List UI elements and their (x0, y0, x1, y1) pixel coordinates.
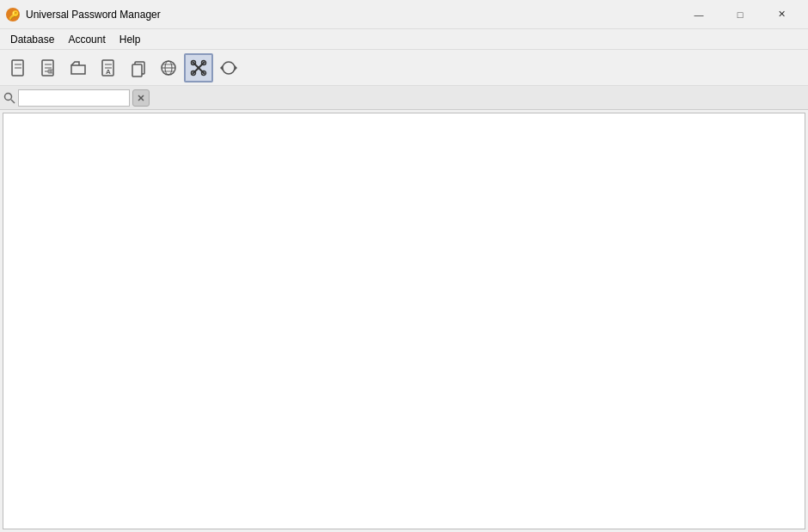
globe-icon (159, 58, 178, 77)
open-icon (69, 58, 88, 77)
app-icon: 🔑 (5, 7, 21, 22)
add-account-icon: A (99, 58, 118, 77)
toolbar: A (0, 50, 808, 86)
title-bar: 🔑 Universal Password Manager — □ ✕ (0, 0, 808, 29)
maximize-button[interactable]: □ (720, 2, 760, 28)
svg-point-30 (5, 93, 12, 100)
clear-icon (137, 94, 145, 102)
open-button[interactable] (64, 53, 93, 83)
sync-button[interactable] (214, 53, 243, 83)
svg-rect-16 (132, 64, 142, 76)
title-left: 🔑 Universal Password Manager (5, 7, 161, 22)
menu-bar: Database Account Help (0, 29, 808, 50)
window-controls: — □ ✕ (679, 2, 801, 28)
add-account-button[interactable]: A (94, 53, 123, 83)
menu-account[interactable]: Account (61, 29, 112, 49)
search-clear-button[interactable] (132, 89, 150, 107)
copy-icon (129, 58, 148, 77)
search-input[interactable] (18, 89, 130, 107)
menu-help[interactable]: Help (113, 29, 148, 49)
main-content (3, 113, 805, 529)
url-button[interactable] (154, 53, 183, 83)
menu-database[interactable]: Database (3, 29, 61, 49)
properties-button[interactable] (184, 53, 213, 83)
close-button[interactable]: ✕ (762, 2, 801, 28)
svg-line-31 (11, 100, 15, 103)
new-file-icon (9, 58, 28, 77)
search-bar (0, 86, 808, 110)
edit-icon (39, 58, 58, 77)
tools-icon (189, 58, 208, 77)
title-text: Universal Password Manager (26, 9, 161, 21)
minimize-button[interactable]: — (679, 2, 719, 28)
search-icon (3, 92, 15, 104)
new-db-button[interactable] (3, 53, 33, 83)
sync-icon (219, 58, 238, 77)
svg-text:🔑: 🔑 (9, 9, 20, 21)
svg-text:A: A (106, 68, 111, 76)
edit-button[interactable] (34, 53, 63, 83)
copy-button[interactable] (124, 53, 153, 83)
svg-marker-29 (220, 65, 223, 70)
